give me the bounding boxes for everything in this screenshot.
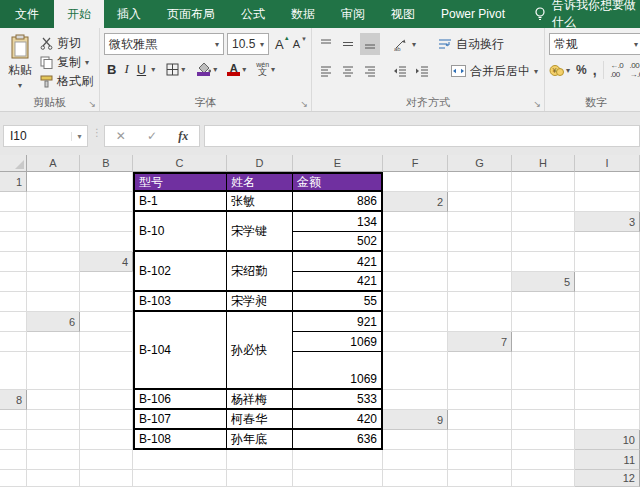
- cell-C3[interactable]: [80, 232, 133, 252]
- model-cell[interactable]: B-102: [133, 252, 227, 292]
- cell-C2[interactable]: [575, 192, 640, 212]
- paste-dropdown-icon[interactable]: ▾: [18, 81, 22, 90]
- cell-F9[interactable]: [80, 430, 133, 450]
- column-header-H[interactable]: H: [512, 155, 575, 172]
- row-header-4[interactable]: 4: [80, 252, 133, 272]
- cell-E2[interactable]: [27, 212, 80, 232]
- amount-cell[interactable]: 55: [293, 292, 383, 312]
- cell-G11[interactable]: [383, 470, 448, 487]
- table-header-amount[interactable]: 金额: [293, 172, 383, 192]
- cell-G5[interactable]: [512, 292, 575, 312]
- cell-H7[interactable]: [512, 352, 575, 390]
- cell-G2[interactable]: [383, 212, 448, 232]
- underline-button[interactable]: U: [134, 62, 149, 77]
- cell-B4[interactable]: [448, 252, 512, 272]
- increase-indent-button[interactable]: [412, 60, 432, 82]
- cell-H1[interactable]: [27, 192, 80, 212]
- font-dialog-launcher[interactable]: ↘: [300, 100, 308, 109]
- table-header-model[interactable]: 型号: [133, 172, 227, 192]
- cell-F5[interactable]: [448, 292, 512, 312]
- row-header-12[interactable]: 12: [575, 470, 640, 487]
- row-header-6[interactable]: 6: [27, 312, 80, 332]
- align-middle-button[interactable]: [338, 33, 358, 55]
- cell-E9[interactable]: [27, 430, 80, 450]
- cell-D11[interactable]: [133, 470, 227, 487]
- cell-D5[interactable]: [80, 292, 133, 312]
- amount-cell[interactable]: 636: [293, 430, 383, 450]
- cell-E11[interactable]: [227, 470, 293, 487]
- row-header-1[interactable]: 1: [0, 172, 27, 192]
- name-cell[interactable]: 宋学昶: [227, 292, 293, 312]
- cell-H10[interactable]: [448, 450, 512, 470]
- formula-input[interactable]: [204, 125, 640, 147]
- tab-formulas[interactable]: 公式: [228, 0, 278, 28]
- cell-A11[interactable]: [0, 470, 27, 487]
- cell-C6[interactable]: [448, 312, 512, 332]
- font-color-dropdown-icon[interactable]: ▾: [242, 65, 246, 74]
- insert-function-button[interactable]: fx: [178, 129, 188, 144]
- column-header-B[interactable]: B: [80, 155, 133, 172]
- cell-E6[interactable]: [575, 312, 640, 332]
- merge-center-button[interactable]: 合并后居中 ▾: [449, 62, 540, 81]
- phonetic-dropdown-icon[interactable]: ▾: [271, 65, 275, 74]
- cell-D3[interactable]: [383, 232, 448, 252]
- cell-H8[interactable]: [27, 410, 80, 430]
- underline-dropdown-icon[interactable]: ▾: [151, 65, 155, 74]
- shrink-font-button[interactable]: A▼: [290, 38, 303, 50]
- number-format-combo[interactable]: 常规 ▾: [549, 33, 640, 55]
- accounting-format-button[interactable]: ¥ ▾: [549, 64, 570, 77]
- table-header-name[interactable]: 姓名: [227, 172, 293, 192]
- percent-style-button[interactable]: %: [576, 63, 587, 77]
- enter-check-icon[interactable]: ✓: [147, 129, 157, 143]
- column-header-G[interactable]: G: [448, 155, 512, 172]
- amount-cell[interactable]: 421: [293, 252, 383, 272]
- cut-button[interactable]: 剪切: [38, 34, 95, 53]
- cell-G6[interactable]: [27, 332, 80, 352]
- name-cell[interactable]: 杨祥梅: [227, 390, 293, 410]
- cell-G3[interactable]: [575, 232, 640, 252]
- font-name-combo[interactable]: 微软雅黑 ▾: [104, 33, 224, 55]
- cell-B10[interactable]: [27, 450, 80, 470]
- model-cell[interactable]: B-1: [133, 192, 227, 212]
- cell-I8[interactable]: [80, 410, 133, 430]
- model-cell[interactable]: B-106: [133, 390, 227, 410]
- cell-H2[interactable]: [448, 212, 512, 232]
- column-header-A[interactable]: A: [27, 155, 80, 172]
- column-header-C[interactable]: C: [133, 155, 227, 172]
- cell-D7[interactable]: [27, 352, 80, 390]
- amount-cell[interactable]: 921: [293, 312, 383, 332]
- name-cell[interactable]: 张敏: [227, 192, 293, 212]
- cell-H5[interactable]: [575, 292, 640, 312]
- name-cell[interactable]: 柯春华: [227, 410, 293, 430]
- column-header-E[interactable]: E: [293, 155, 383, 172]
- formula-bar-splitter[interactable]: ⋮: [92, 125, 100, 138]
- cell-B5[interactable]: [0, 292, 27, 312]
- amount-cell[interactable]: 533: [293, 390, 383, 410]
- tab-home[interactable]: 开始: [54, 0, 104, 28]
- row-header-8[interactable]: 8: [0, 390, 27, 410]
- model-cell[interactable]: B-10: [133, 212, 227, 252]
- cell-A6[interactable]: [80, 312, 133, 332]
- cell-A9[interactable]: [448, 410, 512, 430]
- model-cell[interactable]: B-104: [133, 312, 227, 390]
- cell-A7[interactable]: [512, 332, 575, 352]
- cell-D9[interactable]: [0, 430, 27, 450]
- tab-data[interactable]: 数据: [278, 0, 328, 28]
- amount-cell[interactable]: 502: [293, 232, 383, 252]
- model-cell[interactable]: B-108: [133, 430, 227, 450]
- cell-E10[interactable]: [227, 450, 293, 470]
- cell-E5[interactable]: [383, 292, 448, 312]
- name-cell[interactable]: 孙年底: [227, 430, 293, 450]
- cell-F2[interactable]: [80, 212, 133, 232]
- cell-A1[interactable]: [27, 172, 80, 192]
- tab-insert[interactable]: 插入: [104, 0, 154, 28]
- align-right-button[interactable]: [360, 60, 380, 82]
- cell-A8[interactable]: [27, 390, 80, 410]
- align-top-button[interactable]: [316, 33, 336, 55]
- row-header-7[interactable]: 7: [448, 332, 512, 352]
- model-cell[interactable]: B-103: [133, 292, 227, 312]
- cell-B11[interactable]: [27, 470, 80, 487]
- amount-cell[interactable]: 1069: [293, 332, 383, 352]
- cell-F8[interactable]: [575, 390, 640, 410]
- cell-C1[interactable]: [383, 172, 448, 192]
